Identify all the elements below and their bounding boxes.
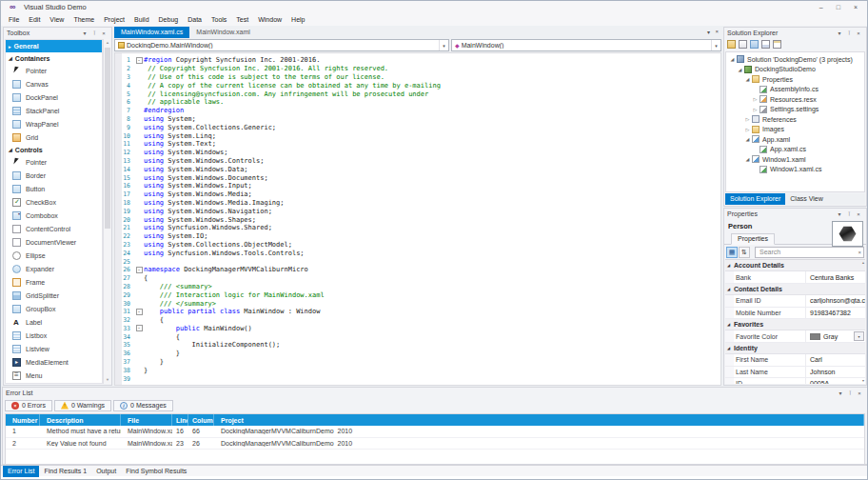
menu-test[interactable]: Test — [231, 15, 253, 24]
column-header-description[interactable]: Description — [40, 414, 121, 426]
category-collapse-icon[interactable]: ◢ — [725, 263, 734, 268]
tab-solution-explorer[interactable]: Solution Explorer — [725, 193, 785, 205]
tab-find-symbol-results[interactable]: Find Symbol Results — [121, 466, 191, 477]
code-line-34[interactable]: 34 { — [115, 332, 720, 341]
category-contact-details[interactable]: ◢Contact Details — [725, 284, 865, 295]
code-line-28[interactable]: 28 /// <summary> — [115, 283, 720, 291]
code-text[interactable]: { — [144, 274, 148, 282]
pin-icon[interactable]: ⊺ — [844, 29, 854, 38]
clear-search-icon[interactable]: × — [858, 250, 861, 255]
toolbox-item-canvas[interactable]: Canvas — [6, 77, 102, 90]
property-value[interactable]: 0005A — [806, 380, 865, 384]
tab-list-icon[interactable]: ▾ — [707, 29, 710, 35]
code-text[interactable]: #endregion — [144, 107, 184, 114]
menu-help[interactable]: Help — [286, 15, 309, 24]
code-line-20[interactable]: 20using System.Windows.Shapes; — [115, 215, 720, 224]
category-favorites[interactable]: ◢Favorites — [725, 319, 865, 330]
properties-icon[interactable] — [727, 40, 736, 49]
close-icon[interactable]: × — [855, 389, 864, 398]
code-text[interactable]: // applicable laws. — [144, 98, 224, 106]
scroll-up-icon[interactable]: ▲ — [104, 39, 111, 47]
code-text[interactable]: using System; — [144, 115, 196, 123]
code-text[interactable]: public MainWindow() — [144, 325, 252, 332]
collapse-icon[interactable]: ◢ — [737, 67, 743, 72]
line-number[interactable]: 39 — [115, 375, 134, 383]
expand-icon[interactable]: ▷ — [744, 116, 751, 122]
code-text[interactable]: } — [144, 367, 148, 374]
code-text[interactable]: public partial class MainWindow : Window — [144, 308, 320, 315]
toolbox-section-controls[interactable]: ◢Controls — [6, 144, 102, 155]
toolbox-item-frame[interactable]: Frame — [6, 275, 102, 289]
close-document-icon[interactable]: × — [715, 29, 719, 34]
category-collapse-icon[interactable]: ◢ — [725, 287, 734, 291]
tab-mainwindow-xaml-cs[interactable]: MainWindow.xaml.cs — [114, 27, 189, 38]
toolbox-item-documentviewer[interactable]: DocumentViewer — [6, 235, 102, 249]
fold-collapse-icon[interactable]: - — [136, 57, 143, 64]
code-line-31[interactable]: 31- public partial class MainWindow : Wi… — [115, 308, 720, 316]
code-line-36[interactable]: 36 } — [115, 350, 720, 358]
line-number[interactable]: 32 — [115, 316, 134, 324]
line-number[interactable]: 11 — [115, 140, 134, 148]
toolbox-item-passwordbox[interactable]: PasswordBox — [6, 382, 102, 384]
code-text[interactable]: // A copy of the current license can be … — [144, 82, 441, 90]
menu-edit[interactable]: Edit — [24, 15, 45, 24]
category-collapse-icon[interactable]: ◢ — [725, 346, 734, 350]
code-text[interactable]: { — [144, 333, 180, 341]
close-icon[interactable]: × — [854, 29, 863, 38]
code-line-11[interactable]: 11using System.Text; — [115, 140, 720, 149]
line-number[interactable]: 15 — [115, 174, 134, 182]
toolbox-item-ellipse[interactable]: Ellipse — [6, 249, 102, 262]
line-number[interactable]: 10 — [115, 132, 134, 140]
tree-item-resources-resx[interactable]: ▷Resources.resx — [726, 94, 864, 105]
toolbox-item-combobox[interactable]: Combobox — [6, 209, 102, 222]
code-line-21[interactable]: 21using Syncfusion.Windows.Shared; — [115, 224, 720, 232]
menu-file[interactable]: File — [4, 15, 24, 24]
line-number[interactable]: 19 — [115, 208, 134, 215]
code-text[interactable]: /// Interaction logic for MainWindow.xam… — [144, 291, 325, 299]
line-number[interactable]: 4 — [115, 82, 134, 90]
toolbox-item-wrappanel[interactable]: WrapPanel — [6, 117, 102, 130]
menu-theme[interactable]: Theme — [69, 15, 99, 24]
toolbox-item-listview[interactable]: Listview — [6, 342, 102, 355]
expand-icon[interactable]: ▷ — [744, 127, 751, 132]
code-text[interactable]: using Syncfusion.Windows.Shared; — [144, 224, 272, 231]
code-text[interactable]: using System.Windows; — [144, 149, 228, 156]
category-account-details[interactable]: ◢Account Details — [725, 260, 865, 271]
fold-collapse-icon[interactable]: - — [136, 267, 143, 273]
view-code-icon[interactable] — [761, 40, 770, 49]
code-text[interactable]: InitializeComponent(); — [144, 341, 280, 349]
column-header-line[interactable]: Line — [172, 414, 188, 426]
code-text[interactable]: /// <summary> — [144, 283, 212, 290]
tree-item-app-xaml-cs[interactable]: App.xaml.cs — [726, 145, 864, 155]
code-line-3[interactable]: 3 // Use of this code is subject to the … — [115, 73, 720, 82]
column-header-project[interactable]: Project — [214, 414, 864, 426]
menu-debug[interactable]: Debug — [154, 15, 184, 24]
code-line-14[interactable]: 14using System.Windows.Data; — [115, 165, 720, 173]
tree-item-settings-settings[interactable]: ▷Settings.settings — [726, 105, 864, 115]
collapse-icon[interactable]: ◢ — [744, 76, 751, 82]
fold-collapse-slot[interactable]: - — [134, 325, 144, 332]
menu-tools[interactable]: Tools — [207, 15, 231, 24]
chevron-down-icon[interactable]: ▾ — [439, 40, 448, 50]
code-text[interactable]: } — [144, 350, 180, 357]
toolbox-item-listbox[interactable]: Listbox — [6, 329, 102, 342]
dropdown-button[interactable]: ▾ — [854, 331, 864, 341]
filter-0-warnings[interactable]: !0 Warnings — [54, 400, 111, 411]
search-input[interactable] — [758, 248, 858, 256]
toolbox-item-menu[interactable]: Menu — [6, 369, 102, 382]
code-line-35[interactable]: 35 InitializeComponent(); — [115, 341, 720, 350]
toolbox-item-dockpanel[interactable]: DockPanel — [6, 90, 102, 104]
code-line-8[interactable]: 8using System; — [115, 115, 720, 124]
filter-0-errors[interactable]: ×0 Errors — [5, 400, 52, 411]
code-line-23[interactable]: 23using System.Collections.ObjectModel; — [115, 241, 720, 250]
code-text[interactable]: using System.Windows.Input; — [144, 182, 252, 190]
code-line-9[interactable]: 9using System.Collections.Generic; — [115, 123, 720, 131]
close-icon[interactable]: × — [99, 29, 108, 38]
line-number[interactable]: 18 — [115, 199, 134, 207]
toolbox-item-label[interactable]: Label — [6, 315, 102, 329]
view-designer-icon[interactable] — [773, 40, 781, 49]
line-number[interactable]: 37 — [115, 358, 134, 366]
line-number[interactable]: 3 — [115, 73, 134, 81]
code-line-27[interactable]: 27{ — [115, 274, 720, 283]
maximize-icon[interactable]: □ — [837, 4, 840, 10]
